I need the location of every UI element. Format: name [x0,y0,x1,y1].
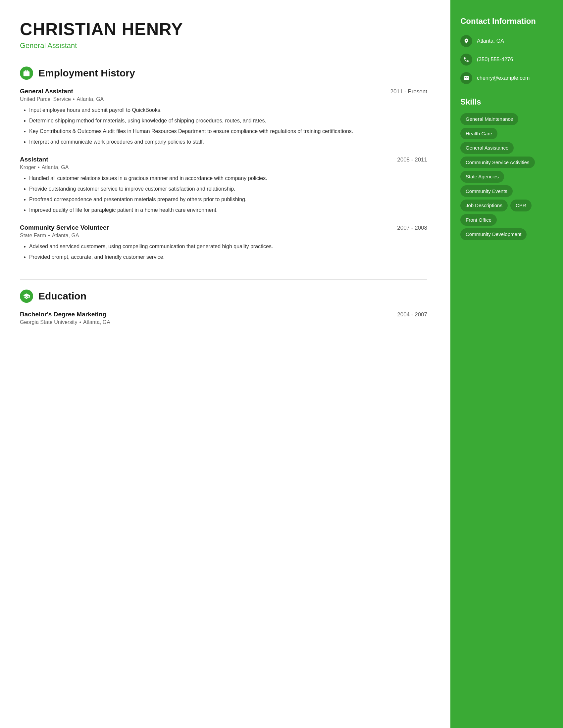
list-item: Input employee hours and submit payroll … [29,106,427,114]
candidate-title: General Assistant [20,41,427,50]
email-text: chenry@example.com [477,75,530,81]
edu-block: Bachelor's Degree Marketing2004 - 2007Ge… [20,311,427,325]
skills-section-title: Skills [460,97,553,107]
job-bullets: Advised and serviced customers, using co… [20,243,427,261]
edu-school: Georgia State University [20,319,77,325]
employment-section: Employment History General Assistant2011… [20,67,427,261]
candidate-name: CHRISTIAN HENRY [20,20,427,39]
phone-item: (350) 555-4276 [460,54,553,66]
email-item: chenry@example.com [460,72,553,84]
job-meta: United Parcel Service•Atlanta, GA [20,96,427,102]
skill-tag: Community Service Activities [460,157,535,168]
job-bullets: Input employee hours and submit payroll … [20,106,427,146]
job-title: Community Service Volunteer [20,224,109,231]
job-company: Kroger [20,164,36,170]
job-dates: 2007 - 2008 [397,225,427,231]
job-location: Atlanta, GA [42,164,69,170]
job-location: Atlanta, GA [52,233,79,238]
phone-text: (350) 555-4276 [477,57,513,63]
edu-degree: Bachelor's Degree Marketing [20,311,106,318]
edu-container: Bachelor's Degree Marketing2004 - 2007Ge… [20,311,427,325]
job-company: State Farm [20,233,46,238]
job-bullets: Handled all customer relations issues in… [20,174,427,214]
list-item: Determine shipping method for materials,… [29,117,427,125]
skills-container: General MaintenanceHealth CareGeneral As… [460,113,553,240]
job-sep: • [48,233,50,238]
edu-dates: 2004 - 2007 [397,311,427,318]
list-item: Interpret and communicate work procedure… [29,138,427,146]
job-dates: 2011 - Present [390,88,427,95]
job-block: Assistant2008 - 2011Kroger•Atlanta, GAHa… [20,156,427,214]
list-item: Key Contributions & Outcomes Audit files… [29,127,427,135]
location-icon [460,35,472,47]
job-title: Assistant [20,156,48,163]
edu-location: Atlanta, GA [83,319,110,325]
list-item: Provided prompt, accurate, and friendly … [29,253,427,261]
list-item: Proofread correspondence and presentatio… [29,196,427,204]
skill-tag: Front Office [460,214,497,226]
job-location: Atlanta, GA [76,96,104,102]
contact-section-title: Contact Information [460,17,553,26]
right-panel: Contact Information Atlanta, GA (350) 55… [450,0,563,728]
list-item: Handled all customer relations issues in… [29,174,427,182]
job-block: General Assistant2011 - PresentUnited Pa… [20,88,427,146]
job-sep: • [73,96,75,102]
job-meta: Kroger•Atlanta, GA [20,164,427,170]
edu-header: Bachelor's Degree Marketing2004 - 2007 [20,311,427,318]
education-icon [20,290,33,303]
email-icon [460,72,472,84]
job-title: General Assistant [20,88,73,95]
job-company: United Parcel Service [20,96,71,102]
skill-tag: Community Development [460,228,527,240]
job-block: Community Service Volunteer2007 - 2008St… [20,224,427,261]
list-item: Provide outstanding customer service to … [29,185,427,193]
skill-tag: Job Descriptions [460,200,508,211]
edu-sep: • [79,319,81,325]
job-header: Community Service Volunteer2007 - 2008 [20,224,427,231]
location-item: Atlanta, GA [460,35,553,47]
edu-meta: Georgia State University•Atlanta, GA [20,319,427,325]
employment-header: Employment History [20,67,427,80]
location-text: Atlanta, GA [477,38,504,44]
job-dates: 2008 - 2011 [397,157,427,163]
skill-tag: Health Care [460,128,497,140]
education-section: Education Bachelor's Degree Marketing200… [20,290,427,325]
job-header: General Assistant2011 - Present [20,88,427,95]
job-sep: • [38,164,40,170]
skill-tag: General Maintenance [460,113,518,125]
education-title: Education [38,291,86,302]
job-header: Assistant2008 - 2011 [20,156,427,163]
phone-icon [460,54,472,66]
list-item: Advised and serviced customers, using co… [29,243,427,250]
job-meta: State Farm•Atlanta, GA [20,233,427,239]
education-header: Education [20,290,427,303]
employment-icon [20,67,33,80]
list-item: Improved quality of life for paraplegic … [29,206,427,214]
skill-tag: CPR [510,200,532,211]
skill-tag: State Agencies [460,171,504,183]
employment-title: Employment History [38,68,135,79]
left-panel: CHRISTIAN HENRY General Assistant Employ… [0,0,450,728]
skill-tag: General Assistance [460,142,514,154]
skill-tag: Community Events [460,185,513,197]
jobs-container: General Assistant2011 - PresentUnited Pa… [20,88,427,261]
